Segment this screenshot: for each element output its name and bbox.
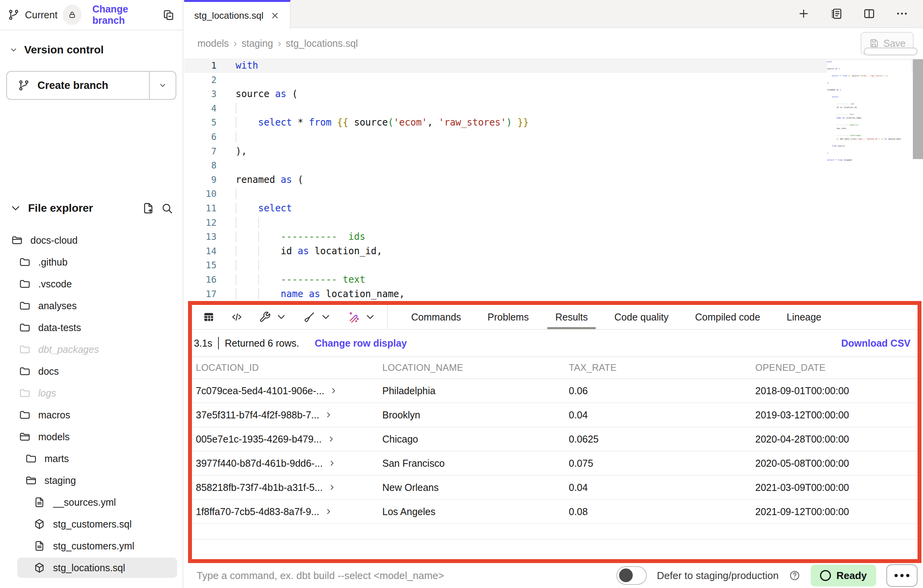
column-header[interactable]: OPENED_DATE <box>755 362 918 373</box>
status-more-button[interactable] <box>886 564 918 587</box>
table-icon[interactable] <box>203 311 215 323</box>
folder-icon <box>19 344 30 355</box>
panel-tab-problems[interactable]: Problems <box>474 305 542 329</box>
help-circle-icon[interactable] <box>789 570 801 581</box>
search-icon[interactable] <box>161 202 173 214</box>
tree-item-staging[interactable]: staging <box>0 469 183 491</box>
breadcrumb-item[interactable]: stg_locations.sql <box>286 38 358 49</box>
version-control-section-header[interactable]: Version control <box>0 42 183 58</box>
column-header[interactable]: LOCATION_NAME <box>382 362 569 373</box>
breadcrumb-item[interactable]: staging <box>241 38 273 49</box>
panel-tab-results[interactable]: Results <box>542 305 601 329</box>
split-editor-icon[interactable] <box>863 7 875 20</box>
panel-tab-code-quality[interactable]: Code quality <box>601 305 682 329</box>
file-explorer-header[interactable]: File explorer <box>0 200 183 217</box>
model-icon <box>34 518 45 530</box>
tree-item-.vscode[interactable]: .vscode <box>0 273 183 295</box>
ai-fix-menu-button[interactable] <box>348 311 376 323</box>
column-header[interactable]: TAX_RATE <box>569 362 755 373</box>
create-branch-button[interactable]: Create branch <box>6 71 176 100</box>
defer-toggle[interactable] <box>616 566 647 585</box>
tree-item-data-tests[interactable]: data-tests <box>0 317 183 338</box>
tree-item-label: docs-cloud <box>30 235 78 246</box>
tree-item-label: staging <box>44 475 76 486</box>
editor-scrollbar[interactable] <box>913 58 923 301</box>
cell-location-id: 005e7e1c-1935-4269-b479... <box>196 434 382 445</box>
column-header[interactable]: LOCATION_ID <box>196 362 382 373</box>
format-menu-button[interactable] <box>304 311 332 323</box>
tree-item-.github[interactable]: .github <box>0 251 183 273</box>
plus-icon[interactable] <box>797 7 810 20</box>
file-icon <box>34 496 45 508</box>
folder-icon <box>19 322 30 333</box>
tab-stg-locations-sql[interactable]: stg_locations.sql <box>184 0 291 29</box>
build-menu-button[interactable] <box>259 311 287 323</box>
tree-item-__sources.yml[interactable]: __sources.yml <box>0 491 183 513</box>
close-icon[interactable] <box>270 11 280 20</box>
expand-chevron-right-icon[interactable] <box>328 459 336 467</box>
tree-item-label: logs <box>38 388 56 399</box>
cell-opened-date: 2019-03-12T00:00:00 <box>755 409 918 421</box>
copy-icon[interactable] <box>162 9 175 21</box>
breadcrumb-separator: › <box>234 37 237 50</box>
tree-item-docs-cloud[interactable]: docs-cloud <box>0 229 183 251</box>
folder-icon <box>19 409 30 421</box>
breadcrumb-item[interactable]: models <box>197 38 229 49</box>
tree-item-stg_customers.sql[interactable]: stg_customers.sql <box>0 513 183 535</box>
new-file-icon[interactable] <box>142 202 154 214</box>
sidebar: Current Change branch Version control Cr… <box>0 0 183 588</box>
tree-item-label: docs <box>38 366 59 377</box>
change-branch-link[interactable]: Change branch <box>92 4 157 26</box>
panel-tab-lineage[interactable]: Lineage <box>774 305 835 329</box>
create-branch-dropdown[interactable] <box>150 72 176 99</box>
breadcrumb-row: models›staging›stg_locations.sql Save <box>184 28 923 58</box>
scrollbar-thumb[interactable] <box>913 59 923 159</box>
line-number: 9 <box>184 173 217 187</box>
code-icon[interactable] <box>231 311 243 323</box>
model-icon <box>34 562 45 574</box>
results-summary: 3.1s Returned 6 rows. Change row display… <box>192 330 918 357</box>
cell-location-name: Chicago <box>382 434 569 445</box>
rows-returned-text: Returned 6 rows. <box>225 338 299 349</box>
code-editor[interactable]: 1with23source as (4 5 select * from {{ s… <box>184 58 923 302</box>
notebook-icon[interactable] <box>830 7 843 20</box>
chevron-down-icon <box>158 81 167 90</box>
git-branch-icon <box>8 9 20 21</box>
tree-item-stg_customers.yml[interactable]: stg_customers.yml <box>0 535 183 557</box>
tree-item-marts[interactable]: marts <box>0 448 183 469</box>
expand-chevron-right-icon[interactable] <box>325 411 332 419</box>
command-input[interactable] <box>196 569 492 582</box>
tree-item-logs[interactable]: logs <box>0 382 183 404</box>
tree-item-macros[interactable]: macros <box>0 404 183 426</box>
expand-chevron-right-icon[interactable] <box>327 435 335 443</box>
tree-item-models[interactable]: models <box>0 426 183 448</box>
editor-line: 1with <box>184 58 923 73</box>
minimap-viewport[interactable] <box>864 48 918 55</box>
download-csv-link[interactable]: Download CSV <box>841 338 911 349</box>
panel-tab-commands[interactable]: Commands <box>398 305 474 329</box>
cell-opened-date: 2020-05-08T00:00:00 <box>755 458 918 469</box>
line-number: 10 <box>184 187 217 201</box>
expand-chevron-right-icon[interactable] <box>328 484 336 491</box>
create-branch-main[interactable]: Create branch <box>7 72 149 99</box>
tree-item-dbt_packages[interactable]: dbt_packages <box>0 338 183 360</box>
panel-tab-compiled-code[interactable]: Compiled code <box>682 305 774 329</box>
editor-line: 10 <box>184 187 923 201</box>
ready-label: Ready <box>836 570 867 582</box>
change-row-display-link[interactable]: Change row display <box>315 338 407 349</box>
expand-chevron-right-icon[interactable] <box>330 387 337 395</box>
dbt-cloud-ide: Current Change branch Version control Cr… <box>0 0 923 588</box>
cell-location-id: 37e5f311-b7f4-4f2f-988b-7... <box>196 409 382 421</box>
tree-item-stg_locations.sql[interactable]: stg_locations.sql <box>0 557 183 579</box>
tree-item-label: models <box>38 431 70 443</box>
tree-item-analyses[interactable]: analyses <box>0 295 183 317</box>
folder-open-icon <box>19 431 30 443</box>
expand-chevron-right-icon[interactable] <box>325 508 332 515</box>
table-row: 7c079cea-5ed4-4101-906e-...Philadelphia0… <box>192 379 918 403</box>
cell-location-name: New Orleans <box>382 482 569 493</box>
tree-item-docs[interactable]: docs <box>0 360 183 382</box>
save-floppy-icon <box>869 38 879 48</box>
ellipsis-icon[interactable] <box>896 7 908 20</box>
editor-line: 7), <box>184 144 923 159</box>
editor-minimap[interactable]: withsource as ( select * from {{ source(… <box>827 60 911 162</box>
